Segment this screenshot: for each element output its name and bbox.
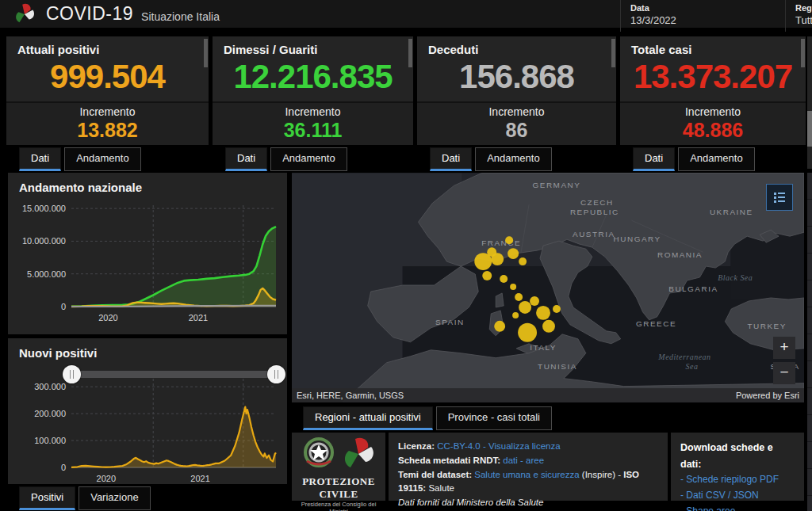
temi-link[interactable]: Salute umana e sicurezza <box>474 470 579 479</box>
org-name: PROTEZIONE CIVILE <box>292 475 385 501</box>
map-canvas[interactable]: GERMANYCZECHREPUBLICUKRAINEFRANCEAUSTRIA… <box>292 173 804 402</box>
nuovi-positivi-chart[interactable]: 0100.000200.000300.00020202021 <box>8 371 287 490</box>
map-label-greece: GREECE <box>636 319 676 328</box>
map-label-italy: ITALY <box>530 343 557 352</box>
range-slider-handle-right[interactable] <box>267 365 285 383</box>
footer-logo-panel: PROTEZIONE CIVILE Presidenza del Consigl… <box>292 433 385 501</box>
org-line1: Presidenza del Consiglio dei Ministri <box>292 501 385 511</box>
region-bubble[interactable] <box>530 296 539 306</box>
region-bubble[interactable] <box>500 275 508 283</box>
map-label-france: FRANCE <box>481 238 521 247</box>
increment-label: Incremento <box>620 105 806 118</box>
map-attribution: Esri, HERE, Garmin, USGS Powered by Esri <box>292 388 804 402</box>
pc-pinwheel-icon <box>345 438 373 467</box>
metadata-label: Scheda metadati RNDT: <box>398 456 500 465</box>
card-scrollbar[interactable] <box>801 39 805 67</box>
tab-andamento[interactable]: Andamento <box>270 147 347 171</box>
legend-button[interactable] <box>766 184 793 211</box>
increment-label: Incremento <box>6 105 209 118</box>
region-bubble[interactable] <box>542 320 555 333</box>
map-label-hungary: HUNGARY <box>614 235 661 243</box>
temi-label: Temi del dataset: <box>398 470 472 479</box>
region-bubble[interactable] <box>553 305 561 313</box>
tab-regioni[interactable]: Regioni - attuali positivi <box>303 406 433 430</box>
region-bubble[interactable] <box>508 248 519 259</box>
panel-nuovi-positivi: Nuovi positivi 0100.000200.000300.000202… <box>8 338 287 484</box>
region-bubble[interactable] <box>512 312 519 318</box>
card-scrollbar[interactable] <box>611 39 615 67</box>
tab-variazione[interactable]: Variazione <box>79 486 150 510</box>
region-bubble[interactable] <box>491 253 504 265</box>
tab-andamento[interactable]: Andamento <box>64 147 141 171</box>
download-shape-link[interactable]: - Shape aree <box>680 504 795 511</box>
legend-list-icon <box>772 190 787 204</box>
region-bubble[interactable] <box>482 271 492 280</box>
y-axis-tick-label: 15.000.000 <box>22 204 66 213</box>
card-scrollbar[interactable] <box>204 39 208 67</box>
card-scrollbar[interactable] <box>408 39 412 67</box>
region-bubble[interactable] <box>536 306 550 320</box>
date-label: Data <box>630 3 756 13</box>
protezione-civile-emblems <box>299 436 378 472</box>
license-sep: - <box>483 441 486 451</box>
europe-map[interactable]: GERMANYCZECHREPUBLICUKRAINEFRANCEAUSTRIA… <box>292 173 804 402</box>
tab-dati[interactable]: Dati <box>430 147 472 171</box>
header-date-section: Data 13/3/2022 <box>620 0 765 32</box>
region-bubble[interactable] <box>510 284 516 290</box>
y-axis-tick-label: 100.000 <box>34 436 66 445</box>
tab-andamento[interactable]: Andamento <box>475 147 552 171</box>
region-bubble[interactable] <box>518 323 537 342</box>
page-title: COVID-19 <box>46 3 133 25</box>
tab-dati[interactable]: Dati <box>19 147 61 171</box>
slider-track[interactable] <box>71 371 276 378</box>
increment-label: Incremento <box>213 105 413 118</box>
range-slider-handle-left[interactable] <box>63 365 81 383</box>
region-label: Regione <box>795 3 802 13</box>
tab-province[interactable]: Province - casi totali <box>436 406 552 430</box>
metadata-line: Scheda metadati RNDT: dati - aree <box>398 454 658 468</box>
card-dimessi-guariti: Dimessi / Guariti 12.216.835 Incremento … <box>213 36 413 145</box>
tab-dati[interactable]: Dati <box>633 147 675 171</box>
x-axis-tick-label: 2020 <box>97 474 116 483</box>
tab-dati[interactable]: Dati <box>225 147 267 171</box>
scrollbar-thumb[interactable] <box>807 111 812 147</box>
card-title: Attuali positivi <box>6 36 209 56</box>
card-value: 999.504 <box>6 58 209 96</box>
map-zoom-in-button[interactable]: + <box>773 337 795 359</box>
card-value: 12.216.835 <box>213 58 413 96</box>
increment-value: 48.886 <box>620 119 806 142</box>
metadata-dati-link[interactable]: dati <box>503 456 518 465</box>
region-bubble[interactable] <box>505 236 513 244</box>
nuovi-positivi-area <box>71 407 276 467</box>
metadata-sep: - <box>520 456 523 465</box>
map-label-ukraine: UKRAINE <box>710 208 753 216</box>
cutoff-panel-strip <box>807 36 812 169</box>
tab-positivi[interactable]: Positivi <box>19 486 75 510</box>
map-label-turkey: TURKEY <box>747 322 786 330</box>
andamento-nazionale-chart[interactable]: 05.000.00010.000.00015.000.00020202021 <box>8 194 287 330</box>
header-region-section: Regione Tutte <box>785 0 812 32</box>
panel-andamento-nazionale: Andamento nazionale 05.000.00010.000.000… <box>8 173 287 334</box>
x-axis-tick-label: 2021 <box>190 474 209 483</box>
protezione-civile-logo-icon <box>13 2 36 26</box>
card-attuali-positivi: Attuali positivi 999.504 Incremento 13.8… <box>6 36 209 145</box>
dimessi-guariti-area <box>71 227 276 307</box>
license-link[interactable]: CC-BY-4.0 <box>437 441 481 451</box>
region-bubble[interactable] <box>474 253 492 270</box>
region-bubble[interactable] <box>519 301 531 314</box>
download-pdf-link[interactable]: - Schede riepilogo PDF <box>680 472 795 488</box>
map-label-republic: REPUBLIC <box>570 208 619 216</box>
y-axis-tick-label: 10.000.000 <box>22 236 66 246</box>
metadata-aree-link[interactable]: aree <box>526 456 544 465</box>
x-axis-tick-label: 2020 <box>98 313 117 322</box>
region-bubble[interactable] <box>494 321 505 332</box>
download-csv-json-link[interactable]: - Dati CSV / JSON <box>680 488 795 504</box>
map-label-czech: CZECH <box>580 198 614 207</box>
region-bubble[interactable] <box>515 293 523 301</box>
y-axis-tick-label: 0 <box>61 302 66 311</box>
view-license-link[interactable]: Visualizza licenza <box>488 441 561 451</box>
tab-andamento[interactable]: Andamento <box>678 147 755 171</box>
region-bubble[interactable] <box>519 257 527 265</box>
map-zoom-out-button[interactable]: − <box>773 362 795 384</box>
deceduti-line <box>71 306 276 307</box>
